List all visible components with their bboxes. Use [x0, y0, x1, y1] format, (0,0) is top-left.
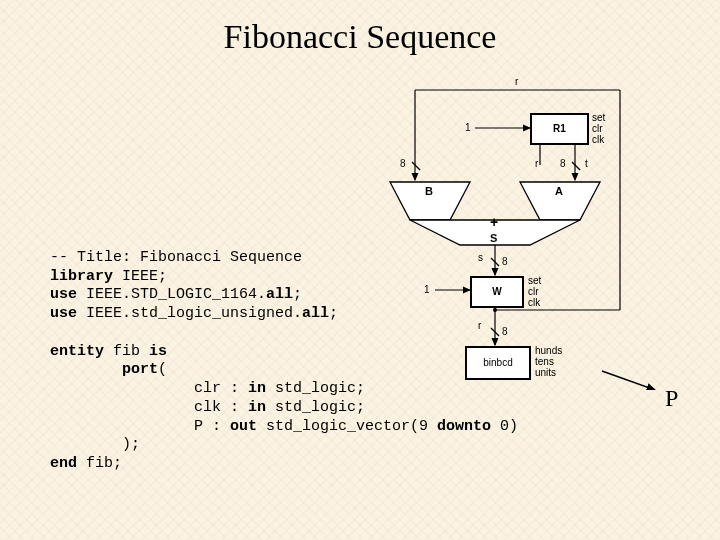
- lbl-set2: set: [528, 275, 541, 286]
- svg-point-19: [493, 308, 497, 312]
- register-w: W: [470, 276, 524, 308]
- kw-all: all: [266, 286, 293, 303]
- kw-downto: downto: [437, 418, 491, 435]
- lbl-clr2: clr: [528, 286, 539, 297]
- code-text: clk :: [50, 399, 248, 416]
- kw-use: use: [50, 286, 77, 303]
- code-text: fib: [104, 343, 149, 360]
- kw-port: port: [50, 361, 158, 378]
- lbl-hunds: hunds: [535, 345, 562, 356]
- kw-in: in: [248, 380, 266, 397]
- lbl-bus8d: 8: [502, 326, 508, 337]
- code-text: );: [50, 436, 140, 453]
- register-r1: R1: [530, 113, 589, 145]
- lbl-plus: +: [490, 214, 498, 230]
- lbl-bus8b: 8: [560, 158, 566, 169]
- lbl-set1: set: [592, 112, 605, 123]
- block-diagram: R1 r 1 set clr clk 8 8 r t B A + S s 8 W…: [370, 80, 690, 390]
- lbl-units: units: [535, 367, 556, 378]
- p-output-label: P: [665, 385, 678, 412]
- code-text: 0): [491, 418, 518, 435]
- kw-end: end: [50, 455, 77, 472]
- code-text: P :: [50, 418, 230, 435]
- code-text: clr :: [50, 380, 248, 397]
- code-text: IEEE.STD_LOGIC_1164.: [77, 286, 266, 303]
- lbl-clr1: clr: [592, 123, 603, 134]
- code-text: (: [158, 361, 167, 378]
- code-line-comment: -- Title: Fibonacci Sequence: [50, 249, 302, 266]
- page-title: Fibonacci Sequence: [0, 0, 720, 56]
- kw-use: use: [50, 305, 77, 322]
- kw-entity: entity: [50, 343, 104, 360]
- lbl-bus8a: 8: [400, 158, 406, 169]
- code-text: fib;: [77, 455, 122, 472]
- lbl-r2: r: [535, 158, 538, 169]
- svg-line-6: [412, 162, 420, 170]
- lbl-t: t: [585, 158, 588, 169]
- lbl-r-top: r: [515, 76, 518, 87]
- lbl-one-bot: 1: [424, 284, 430, 295]
- kw-is: is: [149, 343, 167, 360]
- svg-line-7: [572, 162, 580, 170]
- lbl-r3: r: [478, 320, 481, 331]
- lbl-A: A: [555, 185, 563, 197]
- code-text: std_logic;: [266, 380, 365, 397]
- lbl-clk1: clk: [592, 134, 604, 145]
- kw-in: in: [248, 399, 266, 416]
- w-label: W: [492, 286, 501, 297]
- code-text: ;: [293, 286, 302, 303]
- binbcd-block: binbcd: [465, 346, 531, 380]
- kw-library: library: [50, 268, 113, 285]
- kw-all: all: [302, 305, 329, 322]
- lbl-S: S: [490, 232, 497, 244]
- lbl-one-top: 1: [465, 122, 471, 133]
- lbl-bus8c: 8: [502, 256, 508, 267]
- code-text: ;: [329, 305, 338, 322]
- svg-line-20: [602, 371, 655, 390]
- lbl-B: B: [425, 185, 433, 197]
- code-text: IEEE;: [113, 268, 167, 285]
- lbl-tens: tens: [535, 356, 554, 367]
- code-text: IEEE.std_logic_unsigned.: [77, 305, 302, 322]
- lbl-s-small: s: [478, 252, 483, 263]
- binbcd-label: binbcd: [483, 357, 512, 368]
- r1-label: R1: [553, 123, 566, 134]
- lbl-clk2: clk: [528, 297, 540, 308]
- code-text: std_logic;: [266, 399, 365, 416]
- code-text: std_logic_vector(9: [257, 418, 437, 435]
- kw-out: out: [230, 418, 257, 435]
